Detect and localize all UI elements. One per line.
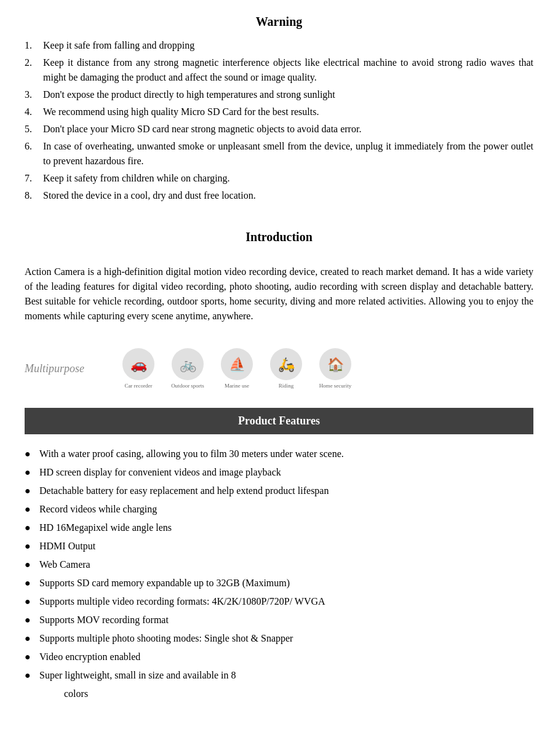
icon-symbol: 🏠 [319, 348, 351, 380]
warning-item: 7.Keep it safety from children while on … [25, 171, 533, 186]
warning-text: Don't expose the product directly to hig… [43, 87, 533, 102]
warning-text: Keep it safety from children while on ch… [43, 171, 533, 186]
warning-num: 8. [25, 188, 43, 203]
warning-text: Keep it distance from any strong magneti… [43, 55, 533, 85]
feature-item: ●Detachable battery for easy replacement… [25, 483, 533, 498]
warning-num: 5. [25, 122, 43, 137]
bullet: ● [25, 483, 39, 498]
feature-text: Record videos while charging [39, 502, 533, 517]
multipurpose-icon-item: 🛵 Riding [265, 348, 308, 389]
feature-item: ●Record videos while charging [25, 502, 533, 517]
bullet: ● [25, 576, 39, 591]
feature-text: Supports SD card memory expandable up to… [39, 576, 533, 591]
warning-item: 4.We recommend using high quality Micro … [25, 105, 533, 119]
bullet: ● [25, 539, 39, 554]
bullet: ● [25, 520, 39, 535]
warning-text: Don't place your Micro SD card near stro… [43, 122, 533, 137]
warning-text: Stored the device in a cool, dry and dus… [43, 188, 533, 203]
bullet: ● [25, 650, 39, 664]
warning-item: 8.Stored the device in a cool, dry and d… [25, 188, 533, 203]
icon-row: 🚗 Car recorder 🚲 Outdoor sports ⛵ Marine… [117, 348, 357, 389]
warning-text: In case of overheating, unwanted smoke o… [43, 139, 533, 169]
bullet: ● [25, 631, 39, 646]
multipurpose-icon-item: ⛵ Marine use [215, 348, 258, 389]
bullet: ● [25, 465, 39, 480]
multipurpose-label: Multipurpose [25, 360, 105, 377]
feature-item: ●Video encryption enabled [25, 650, 533, 664]
warning-item: 2.Keep it distance from any strong magne… [25, 55, 533, 85]
feature-text: Detachable battery for easy replacement … [39, 483, 533, 498]
warning-num: 2. [25, 55, 43, 85]
icon-symbol: ⛵ [221, 348, 253, 380]
warning-item: 5.Don't place your Micro SD card near st… [25, 122, 533, 137]
feature-text: Supports multiple photo shooting modes: … [39, 631, 533, 646]
bullet: ● [25, 668, 39, 683]
feature-item: ●Supports SD card memory expandable up t… [25, 576, 533, 591]
feature-text: HD screen display for convenient videos … [39, 465, 533, 480]
feature-text: HDMI Output [39, 539, 533, 554]
warning-num: 3. [25, 87, 43, 102]
feature-item: ●Web Camera [25, 557, 533, 572]
feature-item: ●With a water proof casing, allowing you… [25, 447, 533, 461]
feature-text: colors [39, 686, 533, 701]
warning-title: Warning [25, 12, 533, 31]
icon-symbol: 🛵 [270, 348, 302, 380]
feature-text: Supports multiple video recording format… [39, 594, 533, 609]
warning-num: 7. [25, 171, 43, 186]
feature-text: Video encryption enabled [39, 650, 533, 664]
feature-text: Super lightweight, small in size and ava… [39, 668, 533, 683]
multipurpose-icon-item: 🚗 Car recorder [117, 348, 160, 389]
warning-num: 1. [25, 38, 43, 53]
feature-item: ●Supports multiple photo shooting modes:… [25, 631, 533, 646]
introduction-section: Introduction Action Camera is a high-def… [25, 228, 533, 324]
feature-text: Web Camera [39, 557, 533, 572]
warning-text: We recommend using high quality Micro SD… [43, 105, 533, 119]
intro-text: Action Camera is a high-definition digit… [25, 265, 533, 324]
feature-text: HD 16Megapixel wide angle lens [39, 520, 533, 535]
feature-item: ●Supports multiple video recording forma… [25, 594, 533, 609]
feature-text: Supports MOV recording format [39, 613, 533, 627]
icon-symbol: 🚲 [172, 348, 204, 380]
feature-item: ●HDMI Output [25, 539, 533, 554]
product-features-bar: Product Features [25, 408, 533, 434]
warning-list: 1.Keep it safe from falling and dropping… [25, 38, 533, 203]
warning-item: 1.Keep it safe from falling and dropping [25, 38, 533, 53]
warning-item: 6.In case of overheating, unwanted smoke… [25, 139, 533, 169]
multipurpose-icon-item: 🚲 Outdoor sports [166, 348, 209, 389]
feature-item: ●Supports MOV recording format [25, 613, 533, 627]
icon-symbol: 🚗 [122, 348, 154, 380]
feature-item: ●Super lightweight, small in size and av… [25, 668, 533, 683]
icon-label: Car recorder [124, 383, 152, 389]
bullet: ● [25, 447, 39, 461]
icon-label: Riding [279, 383, 294, 389]
multipurpose-icon-item: 🏠 Home security [314, 348, 357, 389]
bullet: ● [25, 594, 39, 609]
bullet: ● [25, 502, 39, 517]
bullet: ● [25, 613, 39, 627]
warning-text: Keep it safe from falling and dropping [43, 38, 533, 53]
feature-item: colors [25, 686, 533, 701]
warning-section: Warning 1.Keep it safe from falling and … [25, 12, 533, 203]
feature-item: ●HD 16Megapixel wide angle lens [25, 520, 533, 535]
features-list: ●With a water proof casing, allowing you… [25, 447, 533, 701]
warning-num: 4. [25, 105, 43, 119]
icon-label: Marine use [225, 383, 249, 389]
warning-num: 6. [25, 139, 43, 169]
bullet: ● [25, 557, 39, 572]
icon-label: Outdoor sports [171, 383, 204, 389]
intro-title: Introduction [25, 228, 533, 246]
feature-text: With a water proof casing, allowing you … [39, 447, 533, 461]
warning-item: 3.Don't expose the product directly to h… [25, 87, 533, 102]
multipurpose-banner: Multipurpose 🚗 Car recorder 🚲 Outdoor sp… [25, 342, 533, 396]
feature-item: ●HD screen display for convenient videos… [25, 465, 533, 480]
icon-label: Home security [319, 383, 352, 389]
